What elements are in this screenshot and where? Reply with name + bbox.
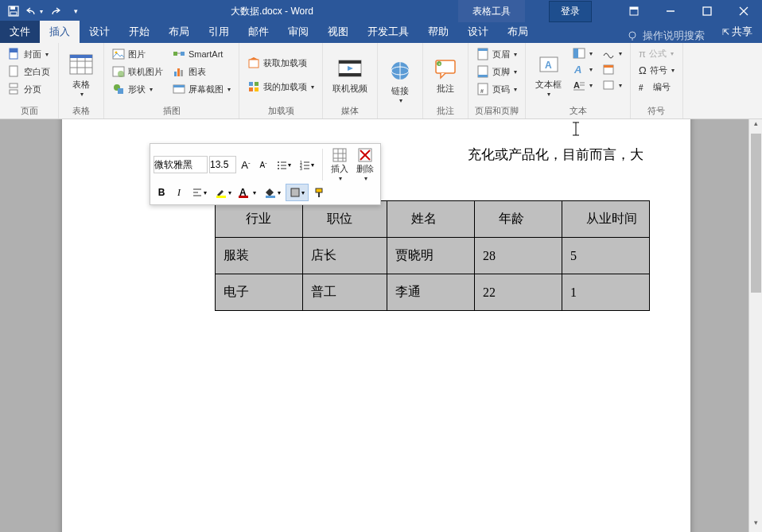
highlight-button[interactable]: ▾ bbox=[212, 184, 235, 201]
maximize-button[interactable] bbox=[689, 0, 725, 22]
wordart-button[interactable]: A▾ bbox=[570, 62, 596, 76]
get-addins-button[interactable]: 获取加载项 bbox=[244, 55, 317, 71]
login-button[interactable]: 登录 bbox=[549, 1, 592, 22]
textbox-button[interactable]: A文本框▾ bbox=[531, 46, 566, 103]
tab-design[interactable]: 设计 bbox=[80, 21, 119, 43]
table-cell[interactable]: 22 bbox=[475, 274, 562, 311]
borders-button[interactable]: ▾ bbox=[286, 184, 309, 201]
mini-delete-button[interactable]: 删除▾ bbox=[353, 147, 377, 182]
quick-parts-button[interactable]: ▾ bbox=[570, 46, 596, 60]
table-cell[interactable]: 店长 bbox=[303, 238, 387, 274]
table-cell[interactable]: 电子 bbox=[216, 274, 303, 311]
tab-view[interactable]: 视图 bbox=[318, 21, 358, 43]
numbering-button[interactable]: 123▾ bbox=[296, 156, 317, 173]
table-cell[interactable]: 从业时间 bbox=[562, 201, 650, 238]
table-cell[interactable]: 年龄 bbox=[475, 201, 562, 238]
undo-button[interactable]: ▾ bbox=[24, 0, 45, 22]
my-addins-button[interactable]: 我的加载项▾ bbox=[244, 79, 317, 95]
table-button[interactable]: 表格▾ bbox=[64, 46, 99, 103]
number-button[interactable]: #编号 bbox=[636, 80, 678, 95]
delete-icon bbox=[357, 147, 373, 163]
bullets-button[interactable]: ▾ bbox=[273, 156, 294, 173]
page-number-button[interactable]: #页码▾ bbox=[473, 81, 520, 97]
vertical-scrollbar[interactable]: ▴ ▾ bbox=[748, 119, 762, 532]
svg-rect-67 bbox=[604, 81, 613, 89]
table-cell[interactable]: 28 bbox=[475, 238, 562, 274]
online-video-button[interactable]: 联机视频 bbox=[328, 46, 372, 103]
online-pictures-button[interactable]: 联机图片 bbox=[109, 64, 166, 80]
table-cell[interactable]: 5 bbox=[562, 238, 650, 274]
grow-font-button[interactable]: Aˆ bbox=[238, 156, 254, 173]
font-size-input[interactable] bbox=[209, 156, 236, 173]
datetime-button[interactable] bbox=[599, 62, 625, 76]
footer-button[interactable]: 页脚▾ bbox=[473, 64, 520, 80]
svg-text:A: A bbox=[573, 64, 581, 75]
shrink-font-button[interactable]: Aˇ bbox=[255, 156, 271, 173]
tab-table-design[interactable]: 设计 bbox=[458, 21, 498, 43]
table-cell[interactable]: 贾晓明 bbox=[387, 238, 475, 274]
svg-point-69 bbox=[278, 161, 279, 163]
screenshot-button[interactable]: 屏幕截图▾ bbox=[169, 81, 234, 97]
tab-file[interactable]: 文件 bbox=[0, 21, 40, 43]
format-painter-button[interactable] bbox=[310, 184, 328, 201]
drop-cap-button[interactable]: A▾ bbox=[570, 78, 596, 92]
font-color-button[interactable]: A▾ bbox=[236, 184, 259, 201]
body-text[interactable]: 充化或产品化，目前而言，大 bbox=[468, 146, 643, 164]
table-cell[interactable]: 行业 bbox=[216, 201, 303, 238]
share-button[interactable]: ⇱ 共享 bbox=[713, 21, 762, 43]
italic-button[interactable]: I bbox=[171, 184, 187, 201]
tab-references[interactable]: 引用 bbox=[199, 21, 239, 43]
table-cell[interactable]: 李通 bbox=[387, 274, 475, 311]
qat-customize[interactable]: ▾ bbox=[65, 0, 86, 22]
tab-table-layout[interactable]: 布局 bbox=[498, 21, 538, 43]
table-cell[interactable]: 姓名 bbox=[387, 201, 475, 238]
video-icon bbox=[337, 56, 363, 81]
redo-button[interactable] bbox=[45, 0, 65, 22]
align-button[interactable]: ▾ bbox=[189, 184, 210, 201]
blank-page-button[interactable]: 空白页 bbox=[5, 64, 53, 80]
cover-page-button[interactable]: 封面▾ bbox=[5, 46, 53, 62]
svg-rect-2 bbox=[10, 12, 17, 15]
tab-start[interactable]: 开始 bbox=[119, 21, 159, 43]
table-cell[interactable]: 服装 bbox=[216, 238, 303, 274]
page-break-button[interactable]: 分页 bbox=[5, 81, 53, 97]
comment-button[interactable]: +批注 bbox=[428, 46, 463, 103]
table-cell[interactable]: 1 bbox=[562, 274, 650, 311]
link-button[interactable]: 链接▾ bbox=[383, 46, 418, 115]
tab-help[interactable]: 帮助 bbox=[418, 21, 458, 43]
minimize-button[interactable] bbox=[652, 0, 689, 22]
table-row: 服装 店长 贾晓明 28 5 bbox=[216, 238, 650, 274]
ribbon-group-tables: 表格▾ 表格 bbox=[59, 43, 104, 118]
online-picture-icon bbox=[112, 65, 125, 78]
shapes-button[interactable]: 形状▾ bbox=[109, 81, 166, 97]
tab-mailings[interactable]: 邮件 bbox=[239, 21, 278, 43]
tab-insert[interactable]: 插入 bbox=[40, 21, 80, 43]
svg-rect-36 bbox=[249, 60, 259, 68]
tab-developer[interactable]: 开发工具 bbox=[358, 21, 418, 43]
signature-button[interactable]: ▾ bbox=[599, 46, 625, 60]
svg-rect-43 bbox=[339, 73, 361, 76]
svg-point-73 bbox=[278, 168, 279, 169]
object-button[interactable]: ▾ bbox=[599, 78, 625, 92]
tab-review[interactable]: 审阅 bbox=[278, 21, 318, 43]
svg-rect-31 bbox=[174, 72, 177, 76]
smartart-button[interactable]: SmartArt bbox=[169, 46, 234, 62]
ribbon-group-pages: 封面▾ 空白页 分页 页面 bbox=[0, 43, 59, 118]
document-table[interactable]: 行业 职位 姓名 年龄 从业时间 服装 店长 贾晓明 28 5 电子 普工 李通… bbox=[215, 200, 650, 311]
header-button[interactable]: 页眉▾ bbox=[473, 46, 520, 62]
chart-button[interactable]: 图表 bbox=[169, 64, 234, 80]
shading-button[interactable]: ▾ bbox=[261, 184, 284, 201]
mini-insert-button[interactable]: 插入▾ bbox=[328, 147, 352, 182]
table-cell[interactable]: 普工 bbox=[303, 274, 387, 311]
pictures-button[interactable]: 图片 bbox=[109, 46, 166, 62]
ribbon-options-button[interactable] bbox=[616, 0, 652, 22]
tab-layout[interactable]: 布局 bbox=[159, 21, 199, 43]
scrollbar-thumb[interactable] bbox=[751, 134, 761, 293]
table-cell[interactable]: 职位 bbox=[303, 201, 387, 238]
save-button[interactable] bbox=[3, 0, 24, 22]
symbol-button[interactable]: Ω 符号▾ bbox=[636, 63, 678, 78]
bold-button[interactable]: B bbox=[154, 184, 169, 201]
font-family-input[interactable] bbox=[154, 156, 208, 173]
tell-me-search[interactable]: 操作说明搜索 bbox=[619, 29, 713, 43]
close-button[interactable] bbox=[725, 0, 762, 22]
